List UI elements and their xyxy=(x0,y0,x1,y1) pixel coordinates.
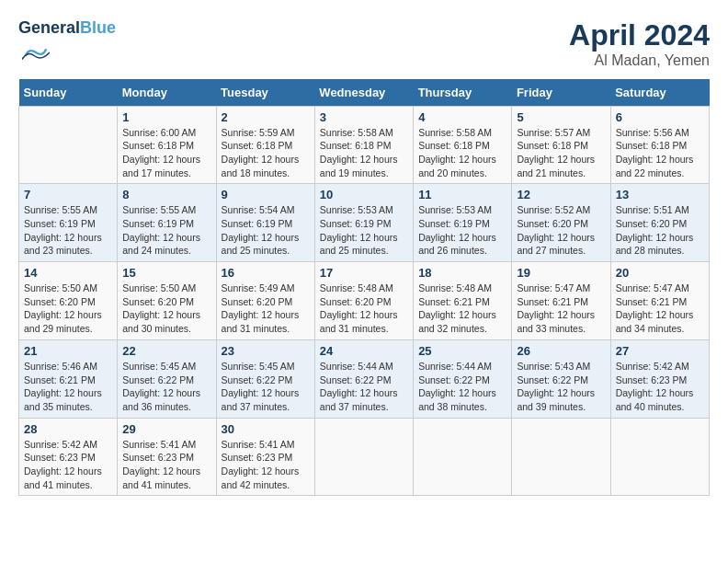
day-number: 16 xyxy=(222,266,310,280)
day-number: 15 xyxy=(122,266,210,280)
day-info: Sunrise: 5:48 AMSunset: 6:20 PMDaylight:… xyxy=(320,282,408,336)
day-info: Sunrise: 5:44 AMSunset: 6:22 PMDaylight:… xyxy=(320,360,408,414)
calendar-cell: 13Sunrise: 5:51 AMSunset: 6:20 PMDayligh… xyxy=(610,184,709,262)
day-info: Sunrise: 5:42 AMSunset: 6:23 PMDaylight:… xyxy=(616,360,704,414)
day-number: 13 xyxy=(616,188,704,201)
calendar-header-row: SundayMondayTuesdayWednesdayThursdayFrid… xyxy=(19,79,710,107)
calendar-cell: 14Sunrise: 5:50 AMSunset: 6:20 PMDayligh… xyxy=(19,262,118,340)
day-number: 17 xyxy=(320,266,408,280)
calendar-cell: 15Sunrise: 5:50 AMSunset: 6:20 PMDayligh… xyxy=(118,262,216,340)
calendar-cell: 4Sunrise: 5:58 AMSunset: 6:18 PMDaylight… xyxy=(414,106,512,184)
calendar-week-row: 14Sunrise: 5:50 AMSunset: 6:20 PMDayligh… xyxy=(19,262,710,340)
day-number: 5 xyxy=(517,110,605,124)
day-number: 2 xyxy=(222,110,310,124)
calendar-cell: 23Sunrise: 5:45 AMSunset: 6:22 PMDayligh… xyxy=(216,339,314,418)
day-info: Sunrise: 5:45 AMSunset: 6:22 PMDaylight:… xyxy=(222,360,310,414)
day-number: 27 xyxy=(616,344,704,358)
page-title: April 2024 xyxy=(569,18,710,52)
day-info: Sunrise: 5:52 AMSunset: 6:20 PMDaylight:… xyxy=(517,203,605,258)
day-info: Sunrise: 5:54 AMSunset: 6:19 PMDaylight:… xyxy=(222,203,310,258)
calendar-cell xyxy=(610,418,709,496)
calendar-table: SundayMondayTuesdayWednesdayThursdayFrid… xyxy=(18,79,710,497)
day-number: 4 xyxy=(418,110,506,124)
calendar-cell: 28Sunrise: 5:42 AMSunset: 6:23 PMDayligh… xyxy=(19,418,118,496)
calendar-cell: 21Sunrise: 5:46 AMSunset: 6:21 PMDayligh… xyxy=(19,339,118,418)
day-info: Sunrise: 5:50 AMSunset: 6:20 PMDaylight:… xyxy=(122,282,210,336)
day-of-week-header: Sunday xyxy=(19,79,118,107)
calendar-cell: 17Sunrise: 5:48 AMSunset: 6:20 PMDayligh… xyxy=(314,262,413,340)
day-number: 28 xyxy=(24,422,112,436)
calendar-cell xyxy=(512,418,610,496)
day-info: Sunrise: 5:42 AMSunset: 6:23 PMDaylight:… xyxy=(24,438,112,492)
calendar-cell: 5Sunrise: 5:57 AMSunset: 6:18 PMDaylight… xyxy=(512,106,610,184)
day-number: 19 xyxy=(517,266,605,280)
day-info: Sunrise: 5:57 AMSunset: 6:18 PMDaylight:… xyxy=(517,126,605,180)
day-number: 3 xyxy=(320,110,408,124)
day-number: 24 xyxy=(320,344,408,358)
calendar-cell: 19Sunrise: 5:47 AMSunset: 6:21 PMDayligh… xyxy=(512,262,610,340)
day-number: 7 xyxy=(24,188,112,201)
day-info: Sunrise: 5:56 AMSunset: 6:18 PMDaylight:… xyxy=(616,126,704,180)
calendar-week-row: 28Sunrise: 5:42 AMSunset: 6:23 PMDayligh… xyxy=(19,418,710,496)
calendar-cell: 12Sunrise: 5:52 AMSunset: 6:20 PMDayligh… xyxy=(512,184,610,262)
day-info: Sunrise: 5:47 AMSunset: 6:21 PMDaylight:… xyxy=(517,282,605,336)
calendar-cell xyxy=(19,106,118,184)
day-info: Sunrise: 5:50 AMSunset: 6:20 PMDaylight:… xyxy=(24,282,112,336)
calendar-cell: 30Sunrise: 5:41 AMSunset: 6:23 PMDayligh… xyxy=(216,418,314,496)
day-info: Sunrise: 5:58 AMSunset: 6:18 PMDaylight:… xyxy=(320,126,408,180)
day-info: Sunrise: 5:41 AMSunset: 6:23 PMDaylight:… xyxy=(122,438,210,492)
day-info: Sunrise: 5:59 AMSunset: 6:18 PMDaylight:… xyxy=(222,126,310,180)
day-number: 1 xyxy=(122,110,210,124)
day-info: Sunrise: 5:55 AMSunset: 6:19 PMDaylight:… xyxy=(122,203,210,258)
calendar-cell: 25Sunrise: 5:44 AMSunset: 6:22 PMDayligh… xyxy=(414,339,512,418)
calendar-cell: 22Sunrise: 5:45 AMSunset: 6:22 PMDayligh… xyxy=(118,339,216,418)
calendar-cell xyxy=(314,418,413,496)
calendar-cell: 10Sunrise: 5:53 AMSunset: 6:19 PMDayligh… xyxy=(314,184,413,262)
day-of-week-header: Saturday xyxy=(610,79,709,107)
day-info: Sunrise: 5:47 AMSunset: 6:21 PMDaylight:… xyxy=(616,282,704,336)
day-info: Sunrise: 5:58 AMSunset: 6:18 PMDaylight:… xyxy=(418,126,506,180)
calendar-cell: 24Sunrise: 5:44 AMSunset: 6:22 PMDayligh… xyxy=(314,339,413,418)
day-number: 11 xyxy=(418,188,506,201)
calendar-week-row: 1Sunrise: 6:00 AMSunset: 6:18 PMDaylight… xyxy=(19,106,710,184)
calendar-cell: 18Sunrise: 5:48 AMSunset: 6:21 PMDayligh… xyxy=(414,262,512,340)
calendar-cell xyxy=(414,418,512,496)
page-header: GeneralBlue April 2024 Al Madan, Yemen xyxy=(18,18,710,70)
calendar-cell: 7Sunrise: 5:55 AMSunset: 6:19 PMDaylight… xyxy=(19,184,118,262)
day-of-week-header: Thursday xyxy=(414,79,512,107)
calendar-cell: 11Sunrise: 5:53 AMSunset: 6:19 PMDayligh… xyxy=(414,184,512,262)
day-number: 29 xyxy=(122,422,210,436)
day-info: Sunrise: 5:53 AMSunset: 6:19 PMDaylight:… xyxy=(320,203,408,258)
day-of-week-header: Tuesday xyxy=(216,79,314,107)
calendar-cell: 9Sunrise: 5:54 AMSunset: 6:19 PMDaylight… xyxy=(216,184,314,262)
calendar-week-row: 7Sunrise: 5:55 AMSunset: 6:19 PMDaylight… xyxy=(19,184,710,262)
calendar-cell: 2Sunrise: 5:59 AMSunset: 6:18 PMDaylight… xyxy=(216,106,314,184)
calendar-cell: 20Sunrise: 5:47 AMSunset: 6:21 PMDayligh… xyxy=(610,262,709,340)
calendar-week-row: 21Sunrise: 5:46 AMSunset: 6:21 PMDayligh… xyxy=(19,339,710,418)
day-info: Sunrise: 6:00 AMSunset: 6:18 PMDaylight:… xyxy=(122,126,210,180)
day-number: 25 xyxy=(418,344,506,358)
calendar-cell: 16Sunrise: 5:49 AMSunset: 6:20 PMDayligh… xyxy=(216,262,314,340)
calendar-cell: 29Sunrise: 5:41 AMSunset: 6:23 PMDayligh… xyxy=(118,418,216,496)
day-number: 23 xyxy=(222,344,310,358)
calendar-cell: 1Sunrise: 6:00 AMSunset: 6:18 PMDaylight… xyxy=(118,106,216,184)
day-number: 30 xyxy=(222,422,310,436)
day-info: Sunrise: 5:46 AMSunset: 6:21 PMDaylight:… xyxy=(24,360,112,414)
day-info: Sunrise: 5:43 AMSunset: 6:22 PMDaylight:… xyxy=(517,360,605,414)
day-number: 12 xyxy=(517,188,605,201)
title-block: April 2024 Al Madan, Yemen xyxy=(569,18,710,69)
calendar-cell: 26Sunrise: 5:43 AMSunset: 6:22 PMDayligh… xyxy=(512,339,610,418)
page-subtitle: Al Madan, Yemen xyxy=(569,52,710,69)
day-number: 18 xyxy=(418,266,506,280)
calendar-cell: 27Sunrise: 5:42 AMSunset: 6:23 PMDayligh… xyxy=(610,339,709,418)
day-info: Sunrise: 5:44 AMSunset: 6:22 PMDaylight:… xyxy=(418,360,506,414)
calendar-cell: 3Sunrise: 5:58 AMSunset: 6:18 PMDaylight… xyxy=(314,106,413,184)
day-of-week-header: Monday xyxy=(118,79,216,107)
day-number: 6 xyxy=(616,110,704,124)
logo-icon xyxy=(22,39,50,66)
day-info: Sunrise: 5:53 AMSunset: 6:19 PMDaylight:… xyxy=(418,203,506,258)
day-info: Sunrise: 5:55 AMSunset: 6:19 PMDaylight:… xyxy=(24,203,112,258)
day-number: 26 xyxy=(517,344,605,358)
day-number: 21 xyxy=(24,344,112,358)
day-number: 8 xyxy=(122,188,210,201)
